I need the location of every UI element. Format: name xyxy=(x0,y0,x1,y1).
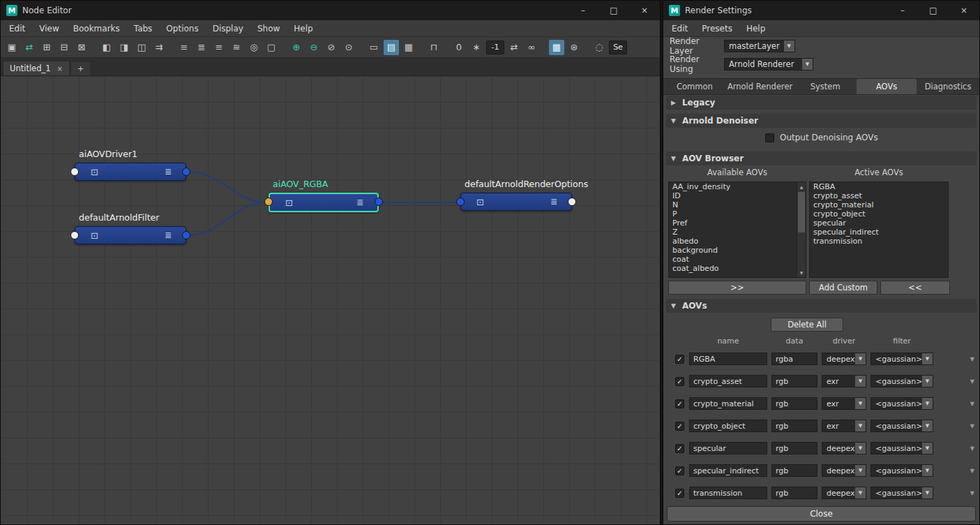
aov-name-field[interactable]: specular_indirect xyxy=(689,464,767,477)
render-settings-titlebar[interactable]: M Render Settings – □ × xyxy=(663,1,979,20)
active-aov-item[interactable]: crypto_object xyxy=(810,209,948,219)
available-aov-item[interactable]: coat xyxy=(669,255,797,264)
chevron-down-icon[interactable]: ▼ xyxy=(855,420,866,432)
aov-driver-dropdown[interactable]: deepexr ▼ xyxy=(822,442,866,454)
available-aov-item[interactable]: ID xyxy=(669,191,797,200)
aov-enabled-checkbox[interactable]: ✓ xyxy=(675,377,684,386)
chevron-down-icon[interactable]: ▼ xyxy=(922,464,933,477)
aov-data-field[interactable]: rgb xyxy=(771,375,817,387)
simple-view-icon[interactable]: ▭ xyxy=(366,40,382,55)
expanded-triangle-icon[interactable]: ▼ xyxy=(671,302,676,309)
available-aov-item[interactable]: Z xyxy=(669,228,797,237)
tab-add-button[interactable]: + xyxy=(71,62,90,75)
minimize-button[interactable]: – xyxy=(887,1,918,20)
chevron-down-icon[interactable]: ▼ xyxy=(802,58,813,71)
delete-all-button[interactable]: Delete All xyxy=(771,318,843,332)
align-vertical-icon[interactable]: ≣ xyxy=(194,40,209,55)
available-aov-item[interactable]: P xyxy=(669,209,797,219)
active-aov-item[interactable]: crypto_material xyxy=(810,200,948,209)
aov-driver-dropdown[interactable]: deepexr ▼ xyxy=(822,353,866,365)
aov-filter-dropdown[interactable]: <gaussian> ▼ xyxy=(870,353,933,365)
output-port[interactable] xyxy=(182,168,190,176)
node-body[interactable]: ⊡ ≣ xyxy=(75,226,186,244)
aov-data-field[interactable]: rgb xyxy=(771,420,817,432)
chevron-down-icon[interactable]: ▼ xyxy=(855,464,866,477)
available-aov-item[interactable]: Pref xyxy=(669,219,797,228)
node-attrs-list-icon[interactable]: ≣ xyxy=(550,197,557,207)
section-legacy[interactable]: ▶ Legacy xyxy=(666,96,977,110)
pin-remove-icon[interactable]: ⊖ xyxy=(306,40,322,55)
render-using-dropdown[interactable]: Arnold Renderer ▼ xyxy=(724,58,813,71)
aov-driver-dropdown[interactable]: exr ▼ xyxy=(822,397,866,410)
scroll-down-icon[interactable]: ▼ xyxy=(797,268,806,277)
aov-enabled-checkbox[interactable]: ✓ xyxy=(675,489,684,498)
maximize-button[interactable]: □ xyxy=(598,1,629,20)
scroll-thumb[interactable] xyxy=(798,192,805,232)
available-aov-item[interactable]: albedo xyxy=(669,237,797,246)
available-aov-item[interactable]: AA_inv_density xyxy=(669,182,797,191)
search-field-partial[interactable]: Se xyxy=(609,40,627,54)
tab-untitled-1[interactable]: Untitled_1 × xyxy=(3,61,70,75)
output-port[interactable] xyxy=(568,198,576,206)
pin-all-icon[interactable]: ⊘ xyxy=(324,40,339,55)
node-aiAOV_RGBA[interactable]: aiAOV_RGBA ⊡ ≣ xyxy=(269,193,379,212)
menu-item[interactable]: Options xyxy=(166,24,198,34)
add-custom-button[interactable]: Add Custom xyxy=(809,281,877,295)
row-menu-icon[interactable]: ▼ xyxy=(964,378,977,385)
chevron-down-icon[interactable]: ▼ xyxy=(922,442,933,454)
chevron-down-icon[interactable]: ▼ xyxy=(922,375,933,387)
aov-name-field[interactable]: crypto_material xyxy=(689,397,767,410)
active-aov-item[interactable]: crypto_asset xyxy=(810,191,948,200)
remove-selected-from-graph-icon[interactable]: ⊟ xyxy=(56,40,72,55)
aov-filter-dropdown[interactable]: <gaussian> ▼ xyxy=(870,375,933,387)
active-aov-item[interactable]: transmission xyxy=(810,237,948,246)
menu-item[interactable]: Display xyxy=(213,24,243,34)
menu-item[interactable]: Presets xyxy=(702,24,732,34)
aov-enabled-checkbox[interactable]: ✓ xyxy=(675,399,684,408)
node-attrs-list-icon[interactable]: ≣ xyxy=(165,167,172,177)
menu-item[interactable]: Help xyxy=(746,24,765,34)
show-downstream-icon[interactable]: ◨ xyxy=(116,40,132,55)
maximize-button[interactable]: □ xyxy=(918,1,949,20)
aov-name-field[interactable]: RGBA xyxy=(689,353,767,365)
chevron-down-icon[interactable]: ▼ xyxy=(784,40,795,52)
output-denoising-aovs-checkbox[interactable] xyxy=(765,133,774,142)
aov-filter-dropdown[interactable]: <gaussian> ▼ xyxy=(870,420,933,432)
chevron-down-icon[interactable]: ▼ xyxy=(855,375,866,387)
aov-filter-dropdown[interactable]: <gaussian> ▼ xyxy=(870,442,933,454)
section-aovs[interactable]: ▼ AOVs xyxy=(666,299,977,313)
list-scrollbar[interactable]: ▲ ▼ xyxy=(797,182,806,277)
zoom-selected-icon[interactable]: ◎ xyxy=(246,40,262,55)
section-arnold-denoiser[interactable]: ▼ Arnold Denoiser xyxy=(666,114,977,128)
clear-graph-icon[interactable]: ⊠ xyxy=(74,40,89,55)
output-port[interactable] xyxy=(182,231,190,239)
chevron-down-icon[interactable]: ▼ xyxy=(855,487,866,499)
aov-data-field[interactable]: rgb xyxy=(771,487,817,499)
traversal-depth-field[interactable]: -1 xyxy=(486,40,504,54)
frame-all-icon[interactable]: ▢ xyxy=(264,40,279,55)
connection-wire[interactable] xyxy=(187,172,268,202)
node-graph-canvas[interactable]: aiAOVDriver1 ⊡ ≣ defaultArnoldFilter ⊡ ≣ xyxy=(1,76,659,524)
input-port[interactable] xyxy=(70,231,79,239)
aov-data-field[interactable]: rgb xyxy=(771,464,817,477)
chevron-down-icon[interactable]: ▼ xyxy=(922,353,933,365)
node-editor-titlebar[interactable]: M Node Editor – □ × xyxy=(1,1,660,20)
chevron-down-icon[interactable]: ▼ xyxy=(855,442,866,454)
aov-driver-dropdown[interactable]: exr ▼ xyxy=(822,420,866,432)
aov-driver-dropdown[interactable]: deepexr ▼ xyxy=(822,487,866,499)
scroll-up-icon[interactable]: ▲ xyxy=(797,182,806,191)
minimize-button[interactable]: – xyxy=(568,1,598,20)
zero-traversal-depth-icon[interactable]: 0 xyxy=(451,40,467,55)
aov-enabled-checkbox[interactable]: ✓ xyxy=(675,444,684,453)
available-aovs-list[interactable]: AA_inv_densityIDNPPrefZalbedobackgroundc… xyxy=(668,182,806,278)
available-aov-item[interactable]: N xyxy=(669,200,797,209)
menu-item[interactable]: Help xyxy=(294,24,312,34)
active-aov-item[interactable]: specular_indirect xyxy=(810,228,948,237)
row-menu-icon[interactable]: ▼ xyxy=(964,401,977,407)
grid-snap-toggle-icon[interactable]: ▦ xyxy=(549,40,564,55)
output-port[interactable] xyxy=(375,198,383,206)
add-selected-to-graph-icon[interactable]: ⊞ xyxy=(39,40,54,55)
distribute-nodes-icon[interactable]: ≋ xyxy=(229,40,244,55)
expanded-triangle-icon[interactable]: ▼ xyxy=(671,155,676,162)
aov-name-field[interactable]: crypto_asset xyxy=(689,375,767,387)
